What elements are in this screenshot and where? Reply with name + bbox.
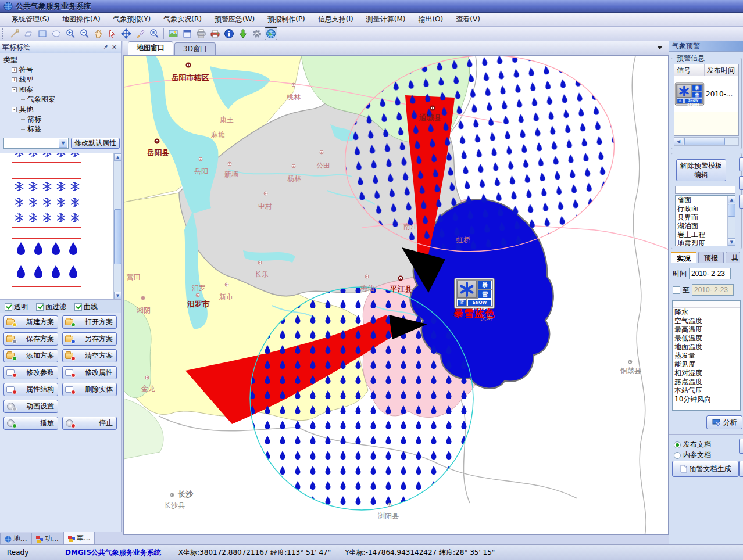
release-time[interactable]: 2010-... <box>705 90 733 98</box>
pan-hand-icon[interactable] <box>92 27 105 40</box>
tree-expand-icon[interactable]: - <box>12 107 17 112</box>
print-icon[interactable] <box>195 27 208 40</box>
tree-item[interactable]: -其他 <box>12 105 121 114</box>
layer-item[interactable]: 行政面 <box>676 204 735 213</box>
bottom-tab-1[interactable]: 功... <box>31 533 63 544</box>
tree-item[interactable]: 标签 <box>20 124 121 134</box>
radio-dot[interactable] <box>674 441 681 448</box>
scheme-button-0[interactable]: 新建方案 <box>3 315 58 329</box>
layer-item[interactable]: 地震烈度 <box>676 239 735 246</box>
chevron-down-icon[interactable]: ▼ <box>59 139 67 148</box>
table-hscrollbar[interactable]: ◀ <box>674 137 739 146</box>
tab-forecast[interactable]: 预报 <box>698 252 724 263</box>
radio-internal-doc[interactable]: 内参文档 <box>674 450 711 460</box>
pattern-scrollbar[interactable]: ▲ ▼ <box>113 153 121 299</box>
element-item[interactable]: 降水 <box>673 308 740 317</box>
checkbox-1[interactable]: 面过滤 <box>36 302 66 312</box>
modify-default-button[interactable]: 修改默认属性 <box>71 138 120 149</box>
draw-ellipse-icon[interactable] <box>50 27 63 40</box>
zoom-area-icon[interactable] <box>148 27 160 40</box>
scheme-button-5[interactable]: 清空方案 <box>62 349 117 362</box>
to-field[interactable] <box>692 284 734 296</box>
menu-item-8[interactable]: 输出(O) <box>412 13 449 26</box>
scheme-button-10[interactable]: 动画设置 <box>3 400 58 413</box>
element-item[interactable]: 相对湿度 <box>673 369 740 378</box>
select-arrow-icon[interactable] <box>106 27 119 40</box>
tab-map-window[interactable]: 地图窗口 <box>128 41 173 55</box>
radio-release-doc[interactable]: 发布文档 <box>674 440 711 450</box>
scheme-button-9[interactable]: 删除实体 <box>62 383 117 396</box>
scheme-button-11[interactable]: 播放 <box>3 417 58 430</box>
clipped-button[interactable] <box>739 195 743 209</box>
scheme-button-4[interactable]: 添加方案 <box>3 349 58 362</box>
scroll-left-icon[interactable]: ◀ <box>674 138 683 145</box>
clipped-button[interactable] <box>739 157 743 171</box>
close-icon[interactable]: ✕ <box>110 43 119 52</box>
pin-icon[interactable]: 📌︎ <box>101 43 110 52</box>
tree-item[interactable]: -图案 <box>12 85 121 95</box>
layer-item[interactable]: 岩土工程 <box>676 231 735 239</box>
menu-item-5[interactable]: 预报制作(P) <box>262 13 311 26</box>
clipped-button[interactable] <box>739 439 743 454</box>
tab-3d-window[interactable]: 3D窗口 <box>174 42 216 55</box>
menu-item-3[interactable]: 气象实况(R) <box>158 13 208 26</box>
bottom-tab-0[interactable]: 地... <box>0 533 31 544</box>
draw-polygon-icon[interactable] <box>22 27 35 40</box>
scroll-up-icon[interactable]: ▲ <box>114 153 121 161</box>
element-item[interactable]: 露点温度 <box>673 378 740 386</box>
element-item[interactable]: 空气温度 <box>673 317 740 325</box>
tree-expand-icon[interactable]: + <box>12 77 17 82</box>
col-time[interactable]: 发布时间 <box>705 64 738 76</box>
template-edit-button[interactable]: 解除预警模板编辑 <box>676 159 726 181</box>
clipped-button[interactable] <box>739 461 743 477</box>
to-checkbox[interactable] <box>673 286 680 294</box>
tree-item[interactable]: +线型 <box>12 75 121 85</box>
pattern-thumb-rain-selected[interactable] <box>12 238 81 287</box>
symbol-combo[interactable]: ▼ <box>3 138 69 149</box>
element-item[interactable]: 10分钟风向 <box>673 395 740 404</box>
warning-table[interactable]: 信号 发布时间 暴雪 蓝 SNOW STORM 2010-... <box>674 64 739 136</box>
tree-item[interactable]: +符号 <box>12 65 121 75</box>
map-canvas[interactable]: 岳阳市辖区桃林康王麻塘岳阳县岳阳新墙公田杨林中村通城县虹桥南江平江县梅仙长寿营田… <box>123 55 669 535</box>
pattern-thumb-snow-partial[interactable] <box>12 153 81 163</box>
layer-scrollbar[interactable]: ▲ ▼ <box>727 196 735 246</box>
scheme-button-12[interactable]: 停止 <box>62 417 117 430</box>
radio-dot[interactable] <box>674 452 681 459</box>
tab-live[interactable]: 实况 <box>671 252 696 263</box>
image-icon[interactable] <box>167 27 180 40</box>
scheme-button-2[interactable]: 保存方案 <box>3 332 58 346</box>
element-item[interactable]: 最高温度 <box>673 325 740 334</box>
scroll-down-icon[interactable]: ▼ <box>114 292 121 299</box>
checkbox-0[interactable]: 透明 <box>5 302 28 312</box>
analyze-button[interactable]: 分析 <box>706 415 742 429</box>
menu-item-0[interactable]: 系统管理(S) <box>6 13 55 26</box>
menu-item-2[interactable]: 气象预报(Y) <box>108 13 157 26</box>
zoom-out-icon[interactable] <box>78 27 91 40</box>
layer-item[interactable]: 湖泊面 <box>676 222 735 231</box>
scheme-button-8[interactable]: 属性结构 <box>3 383 58 396</box>
tree-item[interactable]: 气象图案 <box>20 95 121 105</box>
brush-icon[interactable] <box>134 27 147 40</box>
layer-item[interactable]: 县界面 <box>676 213 735 222</box>
pattern-thumb-snow[interactable] <box>12 178 81 228</box>
zoom-in-icon[interactable] <box>64 27 77 40</box>
menu-item-6[interactable]: 信息支持(I) <box>312 13 359 26</box>
element-listbox[interactable]: 降水空气温度最高温度最低温度地面温度蒸发量能见度相对湿度露点温度本站气压10分钟… <box>672 300 741 411</box>
layer-listbox[interactable]: 省面行政面县界面湖泊面岩土工程地震烈度 ▲ ▼ <box>675 195 735 246</box>
layer-item[interactable]: 省面 <box>676 196 735 204</box>
element-item[interactable]: 蒸发量 <box>673 351 740 360</box>
scheme-button-7[interactable]: 修改属性 <box>62 366 117 379</box>
checkbox-2[interactable]: 曲线 <box>74 302 98 312</box>
info-icon[interactable] <box>223 27 235 40</box>
table-row[interactable]: 暴雪 蓝 SNOW STORM 2010-... <box>674 76 738 112</box>
download-icon[interactable] <box>237 27 249 40</box>
scrollbar-thumb[interactable] <box>114 209 121 264</box>
scheme-button-1[interactable]: 打开方案 <box>62 315 117 329</box>
menu-item-7[interactable]: 测量计算(M) <box>360 13 412 26</box>
menu-item-4[interactable]: 预警应急(W) <box>209 13 260 26</box>
globe-icon[interactable] <box>265 27 277 40</box>
element-item[interactable]: 最低温度 <box>673 334 740 343</box>
time-field[interactable] <box>689 268 731 279</box>
draw-rectangle-icon[interactable] <box>36 27 49 40</box>
element-item[interactable]: 能见度 <box>673 360 740 369</box>
